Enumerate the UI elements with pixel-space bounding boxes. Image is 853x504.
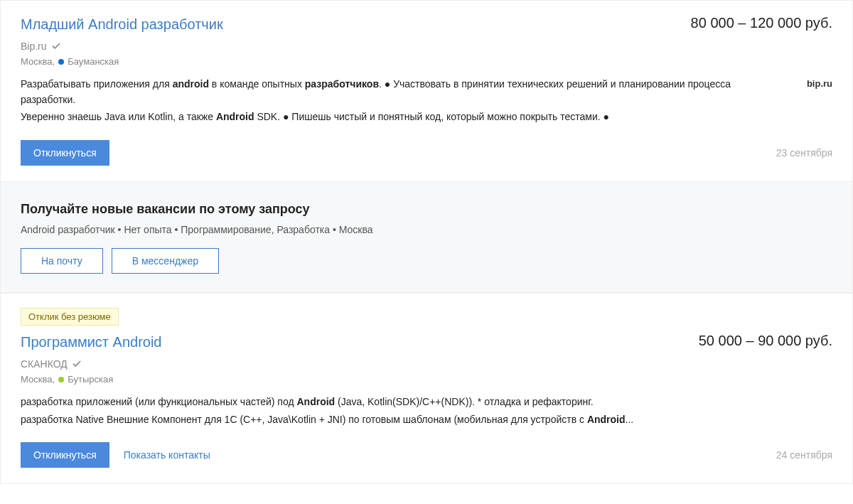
- no-resume-badge: Отклик без резюме: [21, 308, 119, 326]
- vacancy-salary: 50 000 – 90 000 руб.: [699, 333, 832, 349]
- location-row: Москва, Бауманская: [21, 56, 832, 67]
- verified-check-icon: [51, 41, 61, 51]
- subscribe-terms: Android разработчик • Нет опыта • Програ…: [21, 224, 832, 235]
- vacancy-description: Разрабатывать приложения для android в к…: [21, 77, 768, 127]
- metro-dot-icon: [58, 377, 64, 382]
- metro-station: Бутырская: [68, 374, 113, 385]
- company-logo[interactable]: bip.ru: [790, 77, 832, 89]
- vacancy-description: разработка приложений (или функциональны…: [21, 395, 832, 429]
- verified-check-icon: [72, 359, 82, 369]
- vacancy-salary: 80 000 – 120 000 руб.: [691, 15, 832, 31]
- vacancy-title-link[interactable]: Младший Android разработчик: [21, 15, 223, 33]
- subscribe-block: Получайте новые вакансии по этому запрос…: [0, 182, 853, 293]
- metro-station: Бауманская: [68, 56, 119, 67]
- vacancy-card: Младший Android разработчик 80 000 – 120…: [0, 0, 853, 182]
- show-contacts-link[interactable]: Показать контакты: [124, 449, 210, 461]
- company-row: Bip.ru: [21, 41, 832, 52]
- apply-button[interactable]: Откликнуться: [21, 442, 109, 468]
- subscribe-title: Получайте новые вакансии по этому запрос…: [21, 202, 832, 217]
- city: Москва: [21, 56, 52, 67]
- metro-dot-icon: [58, 59, 64, 65]
- vacancy-date: 24 сентября: [776, 449, 832, 461]
- company-row: СКАНКОД: [21, 358, 832, 370]
- vacancy-header: Программист Android 50 000 – 90 000 руб.: [21, 333, 832, 351]
- vacancy-card: Отклик без резюме Программист Android 50…: [0, 293, 853, 484]
- location-row: Москва, Бутырская: [21, 374, 832, 385]
- subscribe-messenger-button[interactable]: В мессенджер: [112, 248, 219, 274]
- vacancy-header: Младший Android разработчик 80 000 – 120…: [21, 15, 832, 33]
- company-name[interactable]: Bip.ru: [21, 41, 47, 52]
- vacancy-date: 23 сентября: [776, 147, 832, 159]
- vacancy-title-link[interactable]: Программист Android: [21, 333, 162, 351]
- apply-button[interactable]: Откликнуться: [21, 140, 109, 166]
- subscribe-email-button[interactable]: На почту: [21, 248, 103, 274]
- company-name[interactable]: СКАНКОД: [21, 358, 68, 370]
- city: Москва: [21, 374, 52, 385]
